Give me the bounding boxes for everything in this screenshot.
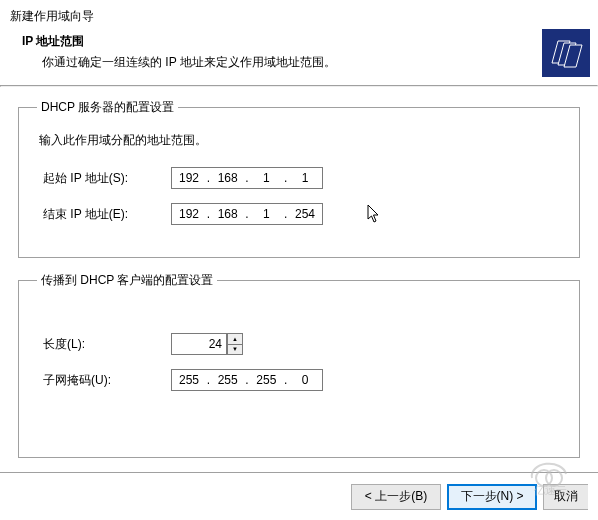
mask-octet-4[interactable] xyxy=(290,373,320,387)
end-ip-octet-1[interactable] xyxy=(174,207,204,221)
button-bar: < 上一步(B) 下一步(N) > 取消 xyxy=(0,472,598,520)
end-ip-input[interactable]: . . . xyxy=(171,203,323,225)
length-spin-down[interactable]: ▼ xyxy=(227,344,243,356)
start-ip-label: 起始 IP 地址(S): xyxy=(43,170,171,187)
start-ip-octet-3[interactable] xyxy=(251,171,281,185)
group-client-legend: 传播到 DHCP 客户端的配置设置 xyxy=(37,272,217,289)
group-server-legend: DHCP 服务器的配置设置 xyxy=(37,99,178,116)
end-ip-octet-3[interactable] xyxy=(251,207,281,221)
header-heading: IP 地址范围 xyxy=(14,33,542,50)
mask-octet-3[interactable] xyxy=(251,373,281,387)
start-ip-input[interactable]: . . . xyxy=(171,167,323,189)
end-ip-label: 结束 IP 地址(E): xyxy=(43,206,171,223)
mask-label: 子网掩码(U): xyxy=(43,372,171,389)
group-server-settings: DHCP 服务器的配置设置 输入此作用域分配的地址范围。 起始 IP 地址(S)… xyxy=(18,99,580,258)
cancel-button[interactable]: 取消 xyxy=(543,484,588,510)
length-spin-up[interactable]: ▲ xyxy=(227,333,243,344)
length-label: 长度(L): xyxy=(43,336,171,353)
mask-octet-1[interactable] xyxy=(174,373,204,387)
start-ip-octet-1[interactable] xyxy=(174,171,204,185)
wizard-header: IP 地址范围 你通过确定一组连续的 IP 地址来定义作用域地址范围。 xyxy=(0,29,598,85)
header-subtitle: 你通过确定一组连续的 IP 地址来定义作用域地址范围。 xyxy=(14,54,542,71)
end-ip-octet-2[interactable] xyxy=(213,207,243,221)
wizard-icon xyxy=(542,29,590,77)
server-instruction: 输入此作用域分配的地址范围。 xyxy=(39,132,561,149)
mask-octet-2[interactable] xyxy=(213,373,243,387)
start-ip-octet-4[interactable] xyxy=(290,171,320,185)
end-ip-octet-4[interactable] xyxy=(290,207,320,221)
back-button[interactable]: < 上一步(B) xyxy=(351,484,441,510)
dialog-title: 新建作用域向导 xyxy=(0,0,598,29)
length-input[interactable] xyxy=(171,333,227,355)
mask-input[interactable]: . . . xyxy=(171,369,323,391)
start-ip-octet-2[interactable] xyxy=(213,171,243,185)
length-spinner[interactable]: ▲ ▼ xyxy=(171,333,243,355)
next-button[interactable]: 下一步(N) > xyxy=(447,484,537,510)
group-client-settings: 传播到 DHCP 客户端的配置设置 长度(L): ▲ ▼ 子网掩码(U): . … xyxy=(18,272,580,458)
